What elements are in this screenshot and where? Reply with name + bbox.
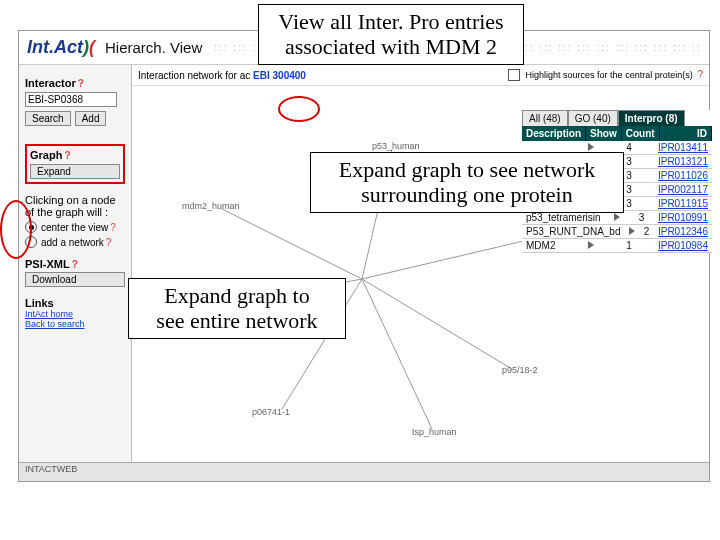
help-icon[interactable]: ? xyxy=(697,69,703,80)
graph-node[interactable]: tsp_human xyxy=(412,427,457,437)
highlight-label: Highlight sources for the central protei… xyxy=(526,70,693,80)
psixml-label: PSI-XML? xyxy=(25,258,125,270)
help-icon[interactable]: ? xyxy=(72,259,78,270)
graph-node[interactable]: p95/18-2 xyxy=(502,365,538,375)
download-button[interactable]: Download xyxy=(25,272,125,287)
links-label: Links xyxy=(25,297,125,309)
interpro-link[interactable]: IPR010984 xyxy=(648,239,712,252)
expand-icon xyxy=(588,241,594,249)
svg-line-5 xyxy=(362,239,532,279)
graph-expand-section: Graph? Expand xyxy=(25,144,125,184)
status-bar: INTACTWEB xyxy=(19,462,709,481)
help-icon[interactable]: ? xyxy=(64,150,70,161)
help-icon[interactable]: ? xyxy=(110,222,116,233)
link-intact-home[interactable]: IntAct home xyxy=(25,309,125,319)
intact-window: Int.Act)( Hierarch. View ::: ::: ::: :::… xyxy=(18,30,710,482)
interpro-link[interactable]: IPR010991 xyxy=(654,211,712,224)
interpro-link[interactable]: IPR002117 xyxy=(648,183,712,196)
interpro-link[interactable]: IPR012346 xyxy=(654,225,712,238)
search-button[interactable]: Search xyxy=(25,111,71,126)
highlight-checkbox[interactable] xyxy=(508,69,520,81)
callout-interpro: View all Inter. Pro entries associated w… xyxy=(258,4,524,65)
graph-node[interactable]: mdm2_human xyxy=(182,201,240,211)
tabs: All (48) GO (40) Interpro (8) xyxy=(522,110,712,126)
help-icon[interactable]: ? xyxy=(106,237,112,248)
radio-add-network[interactable]: add a network? xyxy=(25,236,125,248)
radio-center-view[interactable]: center the view? xyxy=(25,221,125,233)
tab-go[interactable]: GO (40) xyxy=(568,110,618,126)
highlight-oval-sidebar xyxy=(0,200,32,259)
highlight-oval-node xyxy=(278,96,320,122)
svg-line-0 xyxy=(222,209,362,279)
table-header: Description Show Count ID xyxy=(522,126,712,141)
expand-icon xyxy=(614,213,620,221)
graph-label: Graph xyxy=(30,149,62,161)
table-row[interactable]: p53_tetramerisin3IPR010991 xyxy=(522,211,712,225)
help-icon[interactable]: ? xyxy=(78,78,84,89)
interactor-label: Interactor? xyxy=(25,77,125,89)
add-button[interactable]: Add xyxy=(75,111,107,126)
accession-link[interactable]: EBI 300400 xyxy=(253,70,306,81)
callout-expand-all: Expand graph to see entire network xyxy=(128,278,346,339)
subheader: Interaction network for ac EBI 300400 Hi… xyxy=(132,65,709,86)
interpro-link[interactable]: IPR013121 xyxy=(648,155,712,168)
graph-node-center[interactable]: p53_human xyxy=(372,141,420,151)
expand-icon xyxy=(629,227,635,235)
graph-node[interactable]: p06741-1 xyxy=(252,407,290,417)
svg-line-4 xyxy=(362,279,512,369)
interpro-link[interactable]: IPR011026 xyxy=(648,169,712,182)
click-note: Clicking on a node of the graph will : xyxy=(25,194,125,218)
sidebar: Interactor? EBI-SP0368 Search Add Graph?… xyxy=(19,65,132,475)
interpro-link[interactable]: IPR011915 xyxy=(648,197,712,210)
tab-all[interactable]: All (48) xyxy=(522,110,568,126)
table-row[interactable]: P53_RUNT_DNA_bd2IPR012346 xyxy=(522,225,712,239)
expand-icon xyxy=(588,143,594,151)
app-title: Hierarch. View xyxy=(105,39,202,56)
callout-expand-one: Expand graph to see network surrounding … xyxy=(310,152,624,213)
table-row[interactable]: MDM21IPR010984 xyxy=(522,239,712,253)
interactor-input[interactable]: EBI-SP0368 xyxy=(25,92,117,107)
link-back-search[interactable]: Back to search xyxy=(25,319,125,329)
intact-logo: Int.Act)( xyxy=(27,37,95,58)
interpro-link[interactable]: IPR013411 xyxy=(648,141,712,154)
tab-interpro[interactable]: Interpro (8) xyxy=(618,110,685,126)
svg-line-3 xyxy=(362,279,432,429)
expand-button[interactable]: Expand xyxy=(30,164,120,179)
